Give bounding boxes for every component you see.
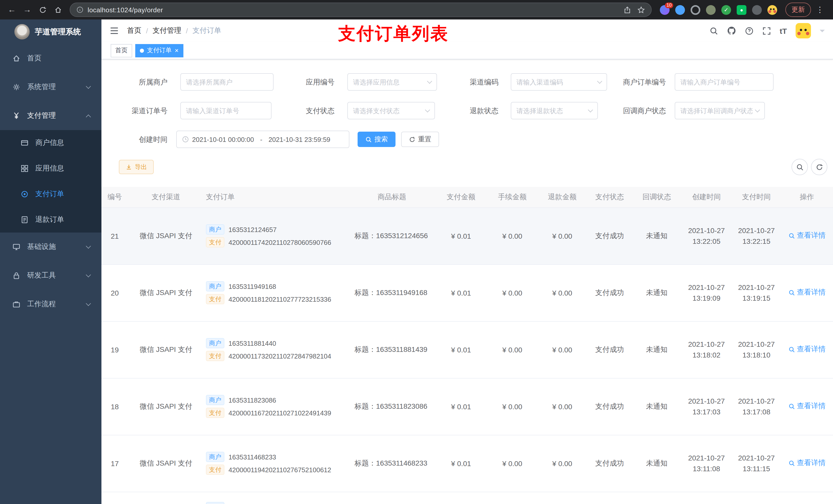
extension-icon-3[interactable] <box>691 5 700 15</box>
reset-button[interactable]: 重置 <box>401 131 439 147</box>
table-cell: 2021-10-2713:18:02 <box>681 321 732 378</box>
sidebar-item-refund-order[interactable]: 退款订单 <box>0 207 101 233</box>
sidebar-item-label: 商户信息 <box>35 138 64 147</box>
table-cell: 支付成功 <box>587 378 633 435</box>
search-button[interactable]: 搜索 <box>358 131 396 147</box>
update-button[interactable]: 更新 <box>785 3 811 17</box>
sidebar-item-merchant-info[interactable]: 商户信息 <box>0 130 101 156</box>
share-icon[interactable] <box>623 6 631 14</box>
channel-order-no-input[interactable] <box>186 107 266 115</box>
extension-icon-4[interactable] <box>706 5 716 15</box>
lock-icon <box>12 271 21 280</box>
sidebar-item-home[interactable]: 首页 <box>0 44 101 73</box>
font-size-icon[interactable]: tT <box>780 26 787 35</box>
table-cell: 商户1635312124657支付42000011742021102780605… <box>200 208 348 264</box>
table-cell <box>587 492 633 504</box>
channel-code-input[interactable] <box>516 78 595 86</box>
search-icon[interactable] <box>710 26 718 35</box>
help-icon[interactable] <box>745 26 754 35</box>
caret-down-icon[interactable] <box>820 29 825 34</box>
channel-code-label: 渠道编码 <box>451 73 498 91</box>
refresh-icon <box>815 163 823 171</box>
breadcrumb-pay[interactable]: 支付管理 <box>153 26 181 35</box>
chevron-down-icon <box>86 301 91 306</box>
refund-status-select[interactable] <box>511 102 598 119</box>
hamburger-icon[interactable] <box>110 27 119 35</box>
pay-status-select[interactable] <box>347 102 435 119</box>
channel-code-select[interactable] <box>511 73 607 91</box>
extension-icon-6[interactable]: ● <box>737 5 746 15</box>
sidebar-item-workflow[interactable]: 工作流程 <box>0 290 101 318</box>
extension-icon-5[interactable]: ✓ <box>721 5 731 15</box>
merchant-select[interactable] <box>180 73 273 91</box>
table-row: 17微信 JSAPI 支付商户1635311468233支付4200001194… <box>101 435 833 492</box>
yen-icon <box>12 112 21 120</box>
refresh-table-button[interactable] <box>811 159 827 175</box>
table-cell: ¥ 0.00 <box>538 264 587 321</box>
table-cell <box>132 492 200 504</box>
app-no-input[interactable] <box>353 78 425 86</box>
tab-label: 首页 <box>115 46 127 55</box>
merchant-order-no-input[interactable] <box>680 78 768 86</box>
sidebar-item-pay-order[interactable]: 支付订单 <box>0 181 101 207</box>
refund-status-input[interactable] <box>516 107 586 115</box>
merchant-input[interactable] <box>186 78 268 86</box>
table-cell: 19 <box>101 321 132 378</box>
table-cell: 商户 <box>200 492 348 504</box>
app-no-select[interactable] <box>347 73 437 91</box>
view-detail-link[interactable]: 查看详情 <box>788 402 826 411</box>
user-avatar[interactable] <box>795 23 811 39</box>
table-cell: 标题：1635312124656 <box>348 208 435 264</box>
sidebar-item-devtools[interactable]: 研发工具 <box>0 261 101 290</box>
view-detail-link[interactable]: 查看详情 <box>788 288 826 297</box>
view-detail-link[interactable]: 查看详情 <box>788 231 826 240</box>
table-cell: 2021-10-2713:19:09 <box>681 264 732 321</box>
order-number: 1635311823086 <box>229 396 276 404</box>
sidebar-item-label: 支付管理 <box>27 111 56 120</box>
sidebar-item-infra[interactable]: 基础设施 <box>0 233 101 261</box>
notify-status-input[interactable] <box>680 107 753 115</box>
search-icon <box>788 289 795 296</box>
info-icon[interactable] <box>76 6 84 13</box>
export-button[interactable]: 导出 <box>119 160 154 174</box>
view-detail-link[interactable]: 查看详情 <box>788 345 826 354</box>
chevron-down-icon <box>427 79 432 84</box>
channel-order-no-field[interactable] <box>180 102 271 119</box>
home-icon[interactable] <box>51 3 65 16</box>
notify-status-select[interactable] <box>675 102 765 119</box>
github-icon[interactable] <box>727 26 736 35</box>
url-bar[interactable]: localhost:1024/pay/order <box>70 3 652 17</box>
back-icon[interactable]: ← <box>5 3 19 16</box>
refund-status-label: 退款状态 <box>451 102 498 119</box>
sidebar-item-pay[interactable]: 支付管理 <box>0 101 101 130</box>
close-icon[interactable]: × <box>175 47 178 54</box>
sidebar-item-app-info[interactable]: 应用信息 <box>0 156 101 181</box>
fullscreen-icon[interactable] <box>762 26 771 35</box>
toggle-search-button[interactable] <box>791 159 808 175</box>
forward-icon[interactable]: → <box>21 3 34 16</box>
merchant-order-no-field[interactable] <box>675 73 774 91</box>
extension-icon-1[interactable]: 10 <box>660 5 670 15</box>
table-cell <box>435 492 487 504</box>
browser-menu-icon[interactable]: ⋮ <box>813 5 827 14</box>
table-cell <box>348 492 435 504</box>
column-header: 支付渠道 <box>132 187 200 208</box>
extension-icon-2[interactable] <box>675 5 685 15</box>
refresh-icon[interactable] <box>36 3 49 16</box>
bookmark-star-icon[interactable] <box>637 6 645 14</box>
breadcrumb: 首页 / 支付管理 / 支付订单 <box>127 26 221 35</box>
briefcase-icon <box>12 300 21 309</box>
breadcrumb-home[interactable]: 首页 <box>127 26 141 35</box>
extension-icon-8[interactable] <box>767 5 777 15</box>
table-cell: 2021-10-2713:17:08 <box>732 378 781 435</box>
tab-pay-order[interactable]: 支付订单 × <box>135 44 183 57</box>
view-detail-link[interactable]: 查看详情 <box>788 459 826 468</box>
date-range-picker[interactable]: 2021-10-01 00:00:00 - 2021-10-31 23:59:5… <box>176 130 349 148</box>
pay-status-input[interactable] <box>353 107 423 115</box>
tab-home[interactable]: 首页 <box>111 44 132 57</box>
app-no-label: 应用编号 <box>287 73 335 91</box>
extension-icon-7[interactable] <box>752 5 762 15</box>
target-icon <box>20 190 29 198</box>
sidebar-item-system[interactable]: 系统管理 <box>0 73 101 101</box>
merchant-order-no-label: 商户订单编号 <box>594 73 666 91</box>
